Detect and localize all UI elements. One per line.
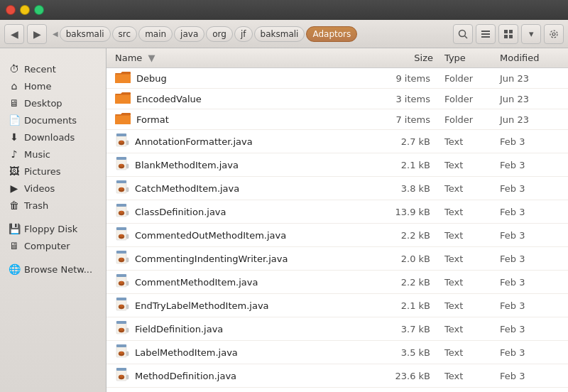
list-view-button[interactable] bbox=[476, 24, 496, 44]
col-type-header[interactable]: Type bbox=[439, 48, 494, 68]
table-row[interactable]: EndTryLabelMethodItem.java2.1 kBTextFeb … bbox=[106, 294, 568, 317]
sidebar-icon: 🗑 bbox=[9, 200, 20, 211]
file-name: Debug bbox=[136, 73, 167, 84]
file-name: AnnotationFormatter.java bbox=[135, 136, 253, 147]
file-name: CommentMethodItem.java bbox=[135, 277, 258, 288]
file-modified: Feb 3 bbox=[494, 317, 568, 341]
svg-rect-18 bbox=[116, 134, 126, 136]
breadcrumb-item-baksmali[interactable]: baksmali bbox=[254, 26, 305, 42]
breadcrumb-item-org[interactable]: org bbox=[206, 26, 233, 42]
java-icon bbox=[115, 368, 129, 383]
sidebar-item-desktop[interactable]: 🖥Desktop bbox=[0, 94, 106, 111]
sidebar-item-floppy-disk[interactable]: 💾Floppy Disk bbox=[0, 220, 106, 237]
svg-rect-60 bbox=[126, 375, 129, 379]
svg-rect-34 bbox=[116, 227, 126, 230]
java-icon bbox=[115, 251, 129, 266]
file-modified: Feb 3 bbox=[494, 224, 568, 247]
table-row[interactable]: FieldDefinition.java3.7 kBTextFeb 3 bbox=[106, 317, 568, 341]
grid-view-button[interactable] bbox=[498, 24, 518, 44]
sidebar-icon: 🖼 bbox=[9, 165, 20, 177]
breadcrumb-item-jf[interactable]: jf bbox=[234, 26, 253, 42]
file-modified: Feb 3 bbox=[494, 153, 568, 177]
col-name-header[interactable]: Name ▼ bbox=[106, 48, 383, 68]
breadcrumb-start-arrow: ◀ bbox=[53, 30, 58, 38]
file-name: Format bbox=[136, 114, 169, 125]
file-size: 2.7 kB bbox=[383, 130, 439, 153]
svg-point-9 bbox=[552, 33, 555, 36]
svg-rect-30 bbox=[116, 204, 126, 207]
search-button[interactable] bbox=[453, 24, 473, 44]
sidebar-item-browse-netw...[interactable]: 🌐Browse Netw... bbox=[0, 261, 106, 278]
table-row[interactable]: LabelMethodItem.java3.5 kBTextFeb 3 bbox=[106, 341, 568, 364]
sidebar-item-downloads[interactable]: ⬇Downloads bbox=[0, 129, 106, 146]
sidebar-item-label: Documents bbox=[24, 115, 77, 126]
table-row[interactable]: CommentedOutMethodItem.java2.2 kBTextFeb… bbox=[106, 224, 568, 247]
sidebar-item-home[interactable]: ⌂Home bbox=[0, 77, 106, 94]
breadcrumb-item-baksmali[interactable]: baksmali bbox=[60, 26, 111, 42]
gear-icon bbox=[549, 29, 559, 39]
breadcrumb-item-src[interactable]: src bbox=[112, 26, 138, 42]
sidebar-icon: 📄 bbox=[9, 114, 20, 126]
table-row[interactable]: CommentingIndentingWriter.java2.0 kBText… bbox=[106, 247, 568, 271]
settings-button[interactable] bbox=[544, 24, 564, 44]
table-row[interactable]: Debug9 itemsFolderJun 23 bbox=[106, 68, 568, 89]
places-list: ⏱Recent⌂Home🖥Desktop📄Documents⬇Downloads… bbox=[0, 60, 106, 214]
forward-button[interactable]: ▶ bbox=[27, 24, 47, 44]
svg-rect-52 bbox=[126, 328, 129, 332]
table-row[interactable]: CatchMethodItem.java3.8 kBTextFeb 3 bbox=[106, 177, 568, 200]
sort-button[interactable]: ▾ bbox=[521, 24, 541, 44]
file-scroll[interactable]: Name ▼ Size Type Modified Debug9 itemsFo… bbox=[106, 48, 568, 392]
table-row[interactable]: AnnotationFormatter.java2.7 kBTextFeb 3 bbox=[106, 130, 568, 153]
svg-rect-40 bbox=[126, 258, 129, 262]
sidebar-item-documents[interactable]: 📄Documents bbox=[0, 111, 106, 129]
table-row[interactable]: CommentMethodItem.java2.2 kBTextFeb 3 bbox=[106, 271, 568, 294]
breadcrumb-item-adaptors[interactable]: Adaptors bbox=[306, 26, 357, 42]
svg-rect-26 bbox=[116, 180, 126, 183]
svg-rect-28 bbox=[126, 187, 129, 192]
svg-rect-32 bbox=[126, 211, 129, 215]
sidebar-item-label: Home bbox=[24, 81, 51, 92]
svg-rect-38 bbox=[116, 251, 126, 254]
sidebar-item-computer[interactable]: 🖥Computer bbox=[0, 237, 106, 254]
sidebar-item-music[interactable]: ♪Music bbox=[0, 146, 106, 163]
breadcrumb-item-java[interactable]: java bbox=[174, 26, 204, 42]
table-row[interactable]: Format7 itemsFolderJun 23 bbox=[106, 109, 568, 130]
table-row[interactable]: BlankMethodItem.java2.1 kBTextFeb 3 bbox=[106, 153, 568, 177]
col-size-header[interactable]: Size bbox=[383, 48, 439, 68]
file-size: 13.9 kB bbox=[383, 200, 439, 224]
sidebar-item-recent[interactable]: ⏱Recent bbox=[0, 60, 106, 77]
java-icon bbox=[115, 274, 129, 290]
svg-rect-24 bbox=[126, 164, 129, 168]
close-button[interactable] bbox=[6, 5, 16, 15]
file-name: CommentedOutMethodItem.java bbox=[135, 230, 286, 241]
svg-rect-14 bbox=[115, 95, 131, 104]
list-view-icon bbox=[481, 29, 491, 39]
file-modified: Feb 3 bbox=[494, 341, 568, 364]
sidebar-item-pictures[interactable]: 🖼Pictures bbox=[0, 163, 106, 180]
file-name: CatchMethodItem.java bbox=[135, 183, 239, 194]
svg-rect-6 bbox=[509, 30, 513, 33]
file-modified: Feb 3 bbox=[494, 130, 568, 153]
breadcrumb-item-main[interactable]: main bbox=[138, 26, 173, 42]
file-size: 2.2 kB bbox=[383, 224, 439, 247]
svg-rect-2 bbox=[481, 31, 490, 32]
network-list: 🌐Browse Netw... bbox=[0, 261, 106, 278]
folder-icon bbox=[115, 113, 131, 126]
sidebar-icon: ⬇ bbox=[9, 131, 20, 143]
col-modified-header[interactable]: Modified bbox=[494, 48, 568, 68]
minimize-button[interactable] bbox=[20, 5, 30, 15]
java-icon bbox=[115, 134, 129, 149]
sidebar-item-trash[interactable]: 🗑Trash bbox=[0, 197, 106, 214]
maximize-button[interactable] bbox=[34, 5, 44, 15]
sidebar-item-videos[interactable]: ▶Videos bbox=[0, 180, 106, 197]
file-type: Text bbox=[439, 200, 494, 224]
table-row[interactable]: MethodDefinition.java23.6 kBTextFeb 3 bbox=[106, 364, 568, 388]
file-type: Text bbox=[439, 177, 494, 200]
table-row[interactable]: ClassDefinition.java13.9 kBTextFeb 3 bbox=[106, 200, 568, 224]
folder-icon bbox=[115, 72, 131, 85]
network-section-title bbox=[0, 254, 106, 261]
file-name: FieldDefinition.java bbox=[135, 324, 223, 334]
sidebar-icon: 🖥 bbox=[9, 240, 20, 251]
table-row[interactable]: EncodedValue3 itemsFolderJun 23 bbox=[106, 89, 568, 109]
back-button[interactable]: ◀ bbox=[4, 24, 24, 44]
